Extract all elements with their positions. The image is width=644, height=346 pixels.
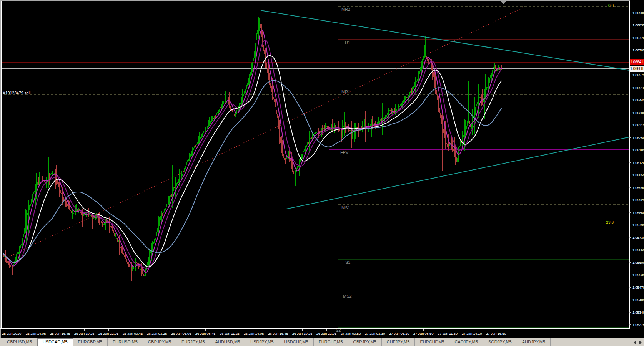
price-tick-label: 1.05795 xyxy=(632,223,644,227)
price-tick-mark xyxy=(629,250,631,250)
chart-frame-left xyxy=(1,1,2,329)
chart-tab-gbpjpy-m5[interactable]: GBPJPY,M5 xyxy=(348,338,381,346)
price-tick-mark xyxy=(629,175,631,175)
chart-tab-eurchf-m5[interactable]: EURCHF,M5 xyxy=(415,338,449,346)
chart-tab-eurjpy-m5[interactable]: EURJPY,M5 xyxy=(176,338,210,346)
price-tick-mark xyxy=(629,300,631,300)
chart-tab-audusd-m5[interactable]: AUDUSD,M5 xyxy=(210,338,245,346)
time-tick-label: 27 Jan 11:30 xyxy=(438,331,458,336)
price-tick-label: 1.06250 xyxy=(632,136,644,140)
time-tick-label: 27 Jan 16:50 xyxy=(486,331,506,336)
time-tick-mark xyxy=(230,329,230,331)
price-tick-mark xyxy=(629,225,631,225)
price-tick-label: 1.06705 xyxy=(632,48,644,52)
time-tick-label: 26 Jan 16:45 xyxy=(268,331,288,336)
time-tick-mark xyxy=(472,329,472,331)
price-tick-label: 1.06055 xyxy=(632,173,644,177)
price-tick-mark xyxy=(629,88,631,88)
time-tick-label: 25 Jan 16:45 xyxy=(50,331,70,336)
price-tick-mark xyxy=(629,150,631,150)
chart-tab-sgdjpy-m5[interactable]: SGDJPY,M5 xyxy=(483,338,517,346)
time-tick-label: 27 Jan 03:30 xyxy=(365,331,385,336)
time-tick-mark xyxy=(12,329,12,331)
price-tick-mark xyxy=(629,237,631,238)
time-tick-mark xyxy=(448,329,448,331)
chart-tab-usdjpy-m5[interactable]: USDJPY,M5 xyxy=(245,338,279,346)
price-chart-canvas[interactable] xyxy=(0,0,629,329)
pivot-label-FPV: FPV xyxy=(340,150,348,155)
chart-tab-cadjpy-m5[interactable]: CADJPY,M5 xyxy=(449,338,483,346)
trendline-ascending-support xyxy=(286,137,629,209)
time-tick-mark xyxy=(205,329,206,331)
price-tick-mark xyxy=(629,13,631,13)
time-axis[interactable]: 25 Jan 201025 Jan 14:0525 Jan 16:4525 Ja… xyxy=(0,329,644,338)
price-tick-mark xyxy=(629,262,631,263)
time-tick-mark xyxy=(375,329,375,331)
tab-scroll-right-icon[interactable] xyxy=(639,341,642,344)
time-tick-mark xyxy=(399,329,399,331)
chart-tab-eurchf-m5[interactable]: EURCHF,M5 xyxy=(314,338,348,346)
time-tick-label: 27 Jan 06:10 xyxy=(389,331,409,336)
pivot-label-MS1: MS1 xyxy=(341,205,350,210)
price-tick-mark xyxy=(629,212,631,213)
chart-tab-gbpjpy-m5[interactable]: GBPJPY,M5 xyxy=(143,338,176,346)
chart-tabs-bar: GBPUSD,M5USDCAD,M5EURGBP,M5EURUSD,M5GBPJ… xyxy=(0,338,644,346)
time-tick-label: 25 Jan 19:25 xyxy=(74,331,95,336)
chart-tab-usdcad-m5[interactable]: USDCAD,M5 xyxy=(37,338,73,346)
time-tick-mark xyxy=(36,329,36,331)
price-tick-label: 1.06900 xyxy=(632,11,644,15)
tab-scroll-arrows xyxy=(634,341,642,344)
chart-shift-marker-icon[interactable] xyxy=(500,1,506,4)
time-tick-label: 26 Jan 22:05 xyxy=(316,331,337,336)
price-tick-label: 1.05990 xyxy=(632,185,644,190)
chart-tab-gbpusd-m5[interactable]: GBPUSD,M5 xyxy=(2,338,37,346)
open-order-label: #19123479 sell xyxy=(3,91,30,95)
price-tick-mark xyxy=(629,25,631,25)
time-tick-label: 26 Jan 11:25 xyxy=(220,331,240,336)
price-tick-label: 1.06185 xyxy=(632,148,644,152)
price-tick-mark xyxy=(629,38,631,38)
pivot-label-S2: S2 xyxy=(336,328,341,333)
time-tick-mark xyxy=(133,329,133,331)
time-tick-label: 27 Jan 08:50 xyxy=(413,331,434,336)
price-tick-mark xyxy=(629,137,631,138)
price-tick-label: 1.06445 xyxy=(632,98,644,102)
chart-plot-area[interactable]: MR2R1MR1FPVMS1S1MS2S2 0.0 23.6 #19123479… xyxy=(0,0,629,329)
ma-slow-white xyxy=(3,56,501,267)
pivot-label-R1: R1 xyxy=(345,40,350,45)
trendline-descending-resistance xyxy=(261,10,629,70)
price-tick-label: 1.05665 xyxy=(632,248,644,252)
chart-frame-top xyxy=(1,1,644,1)
chart-tab-eurusd-m5[interactable]: EURUSD,M5 xyxy=(108,338,143,346)
time-tick-mark xyxy=(278,329,278,331)
time-tick-mark xyxy=(326,329,327,331)
chart-tab-audjpy-m5[interactable]: AUDJPY,M5 xyxy=(517,338,551,346)
time-tick-mark xyxy=(60,329,60,331)
ask-price-box: 1.06641 xyxy=(630,59,644,65)
price-tick-mark xyxy=(629,50,631,50)
chart-frame-bottom xyxy=(0,328,644,329)
price-tick-label: 1.06770 xyxy=(632,36,644,40)
time-tick-label: 26 Jan 00:45 xyxy=(123,331,143,336)
tab-scroll-left-icon[interactable] xyxy=(634,341,636,344)
time-tick-label: 27 Jan 14:10 xyxy=(462,331,482,336)
price-axis[interactable]: 1.06641 1.06608 1.069001.068351.067701.0… xyxy=(630,0,644,329)
chart-tab-usdchf-m5[interactable]: USDCHF,M5 xyxy=(279,338,314,346)
pivot-label-MS2: MS2 xyxy=(343,294,352,298)
time-tick-label: 26 Jan 14:05 xyxy=(244,331,264,336)
pivot-label-S1: S1 xyxy=(345,260,350,265)
price-tick-label: 1.05925 xyxy=(632,198,644,202)
pivot-label-MR1: MR1 xyxy=(341,89,350,94)
time-tick-mark xyxy=(496,329,496,331)
price-tick-label: 1.05340 xyxy=(632,310,644,315)
time-tick-mark xyxy=(302,329,303,331)
chart-tab-chfjpy-m5[interactable]: CHFJPY,M5 xyxy=(382,338,415,346)
fibo-level-label-0: 0.0 xyxy=(608,3,614,8)
price-tick-label: 1.06315 xyxy=(632,123,644,127)
price-tick-label: 1.05275 xyxy=(632,323,644,327)
price-tick-label: 1.06835 xyxy=(632,23,644,27)
chart-tab-eurgbp-m5[interactable]: EURGBP,M5 xyxy=(73,338,108,346)
price-tick-mark xyxy=(629,100,631,100)
time-tick-mark xyxy=(108,329,109,331)
price-tick-label: 1.06575 xyxy=(632,73,644,77)
